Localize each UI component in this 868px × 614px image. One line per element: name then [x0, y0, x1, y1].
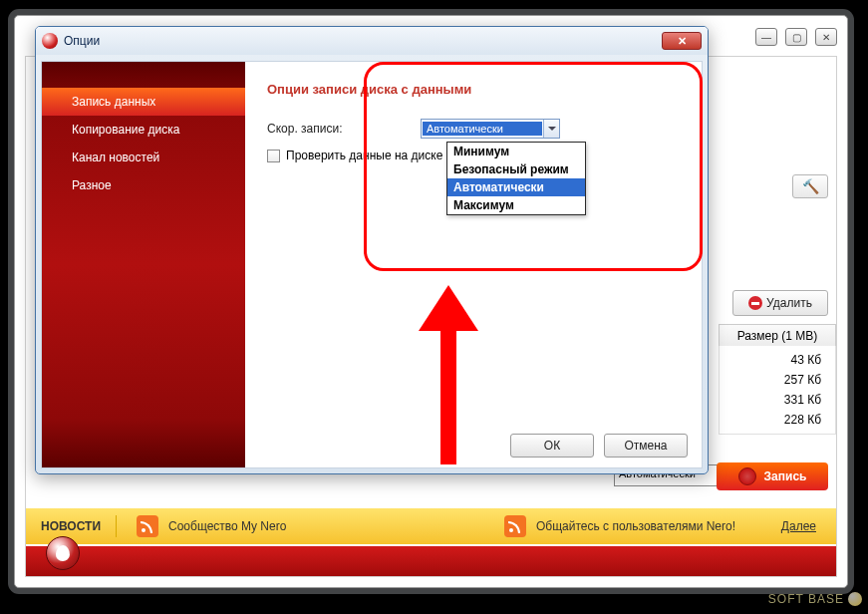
- burn-icon: [738, 467, 756, 485]
- sidebar-item-news-feed[interactable]: Канал новостей: [42, 144, 245, 171]
- nero-orb-button[interactable]: [46, 536, 80, 570]
- section-title: Опции записи диска с данными: [267, 82, 680, 97]
- burn-button[interactable]: Запись: [717, 462, 828, 490]
- news-item[interactable]: Общайтесь с пользователями Nero!: [484, 515, 755, 537]
- cancel-button[interactable]: Отмена: [604, 434, 688, 458]
- right-panel: 🔨 Удалить Размер (1 MB) 43 Кб 257 Кб 331…: [717, 174, 836, 473]
- chevron-down-icon: [543, 120, 559, 138]
- size-list: 43 Кб 257 Кб 331 Кб 228 Кб: [719, 346, 836, 435]
- maximize-button[interactable]: ▢: [785, 28, 807, 46]
- delete-button-label: Удалить: [766, 296, 812, 310]
- size-column-header: Размер (1 MB): [719, 324, 836, 346]
- list-item: 228 Кб: [720, 410, 821, 430]
- remove-icon: [748, 296, 762, 310]
- ok-button[interactable]: ОК: [510, 434, 594, 458]
- write-speed-dropdown[interactable]: Минимум Безопасный режим Автоматически М…: [446, 142, 586, 215]
- news-item-label: Сообщество My Nero: [168, 519, 286, 533]
- rss-icon: [137, 515, 158, 537]
- rss-icon: [504, 515, 526, 537]
- write-speed-label: Скор. записи:: [267, 122, 421, 136]
- burn-button-label: Запись: [764, 469, 807, 483]
- watermark: SOFT BASE: [768, 592, 862, 606]
- app-icon: [42, 33, 58, 49]
- sidebar-item-copy-disc[interactable]: Копирование диска: [42, 116, 245, 144]
- verify-checkbox[interactable]: [267, 150, 280, 162]
- minimize-button[interactable]: —: [755, 28, 777, 46]
- nero-bar: [26, 546, 836, 576]
- list-item: 43 Кб: [720, 350, 821, 370]
- delete-button[interactable]: Удалить: [732, 290, 828, 316]
- news-item-label: Общайтесь с пользователями Nero!: [536, 519, 735, 533]
- write-speed-value: Автоматически: [423, 122, 542, 136]
- dropdown-option[interactable]: Безопасный режим: [447, 160, 585, 178]
- write-speed-select[interactable]: Автоматически: [421, 119, 560, 139]
- tools-button[interactable]: 🔨: [792, 174, 828, 198]
- flame-icon: [56, 545, 71, 561]
- list-item: 331 Кб: [720, 390, 821, 410]
- hammer-icon: 🔨: [802, 178, 819, 194]
- dropdown-option[interactable]: Автоматически: [447, 178, 585, 196]
- dialog-title: Опции: [64, 34, 662, 48]
- news-more-link[interactable]: Далее: [781, 519, 816, 533]
- dropdown-option[interactable]: Максимум: [447, 196, 585, 214]
- options-dialog: Опции ✕ Запись данных Копирование диска …: [35, 26, 709, 474]
- list-item: 257 Кб: [720, 370, 821, 390]
- dialog-body: Запись данных Копирование диска Канал но…: [41, 61, 703, 468]
- dialog-sidebar: Запись данных Копирование диска Канал но…: [42, 62, 245, 467]
- sidebar-item-data-burn[interactable]: Запись данных: [42, 88, 245, 116]
- verify-label: Проверить данные на диске: [286, 149, 442, 162]
- write-speed-row: Скор. записи: Автоматически: [267, 119, 680, 139]
- news-item[interactable]: Сообщество My Nero: [116, 515, 306, 537]
- close-button[interactable]: ✕: [815, 28, 837, 46]
- watermark-icon: [848, 592, 862, 606]
- dialog-close-button[interactable]: ✕: [662, 32, 702, 50]
- window-controls: — ▢ ✕: [755, 28, 837, 46]
- dialog-main: Опции записи диска с данными Скор. запис…: [245, 62, 702, 467]
- sidebar-item-misc[interactable]: Разное: [42, 171, 245, 199]
- news-bar: Сообщество My Nero Общайтесь с пользоват…: [116, 506, 836, 546]
- dropdown-option[interactable]: Минимум: [447, 143, 585, 160]
- dialog-titlebar: Опции ✕: [36, 27, 708, 55]
- dialog-buttons: ОК Отмена: [510, 434, 688, 458]
